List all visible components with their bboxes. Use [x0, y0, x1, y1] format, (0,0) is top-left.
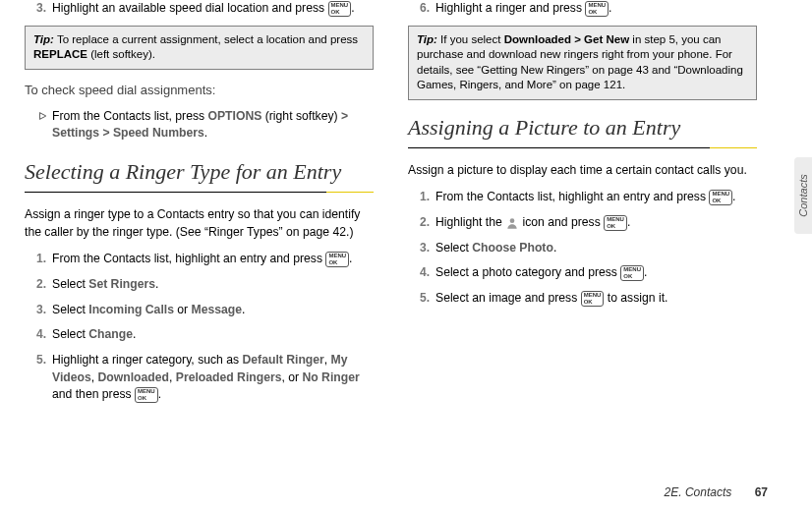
rs5f: Downloaded: [98, 370, 169, 384]
ringer-steps: From the Contacts list, highlight an ent…: [36, 251, 374, 404]
tip2-label: Tip:: [417, 33, 437, 45]
rs3a: Select: [52, 303, 88, 316]
rs5k: and then press: [52, 387, 132, 401]
check-speed-dial-heading: To check speed dial assignments:: [25, 82, 374, 100]
rs3d: Message: [192, 303, 243, 316]
left-column: Highlight an available speed dial locati…: [25, 0, 374, 412]
rs1-text: From the Contacts list, highlight an ent…: [52, 252, 322, 265]
rs3b: Incoming Calls: [88, 303, 174, 316]
rs4a: Select: [52, 327, 88, 341]
section-rule-2: [408, 147, 757, 148]
ps2a: Highlight the: [435, 215, 505, 229]
ringer-step-2: Select Set Ringers.: [36, 276, 374, 294]
footer-page-number: 67: [755, 485, 768, 499]
page-footer: 2E. Contacts 67: [665, 485, 768, 499]
menu-ok-key-icon: MENUOK: [581, 291, 605, 307]
step-3: Highlight an available speed dial locati…: [36, 0, 374, 18]
rs5j: No Ringer: [302, 370, 359, 384]
rs6-text: Highlight a ringer and press: [435, 1, 582, 15]
tip1-text-b: (left softkey).: [87, 48, 155, 60]
menu-ok-key-icon: MENUOK: [709, 190, 732, 205]
ringer-step-3: Select Incoming Calls or Message.: [36, 302, 374, 319]
ringer-step-1: From the Contacts list, highlight an ent…: [36, 251, 374, 268]
picture-step-2: Highlight the icon and press MENUOK.: [420, 214, 757, 232]
bullet-c: (right softkey): [261, 109, 341, 123]
tip-box-2: Tip: If you select Downloaded > Get New …: [408, 26, 757, 100]
rs5g: ,: [169, 370, 176, 384]
bullet-arrow-icon: ᐅ: [38, 108, 46, 142]
ps4-text: Select a photo category and press: [435, 265, 617, 279]
tip-box-1: Tip: To replace a current assignment, se…: [25, 26, 374, 70]
side-tab: Contacts: [794, 157, 812, 234]
svg-point-0: [510, 218, 515, 223]
menu-ok-key-icon: MENUOK: [325, 252, 349, 267]
section-title-picture: Assigning a Picture to an Entry: [408, 112, 757, 145]
rs5a: Highlight a ringer category, such as: [52, 353, 243, 367]
bullet-e: .: [204, 126, 207, 140]
ps3a: Select: [435, 241, 472, 255]
menu-ok-key-icon: MENUOK: [585, 1, 609, 17]
picture-step-3: Select Choose Photo.: [420, 240, 757, 257]
menu-ok-key-icon: MENUOK: [620, 265, 644, 281]
ringer-step-4: Select Change.: [36, 326, 374, 344]
ringer-step-6: Highlight a ringer and press MENUOK.: [420, 0, 757, 18]
contact-photo-icon: [505, 216, 519, 230]
ringer-step-5: Highlight a ringer category, such as Def…: [36, 352, 374, 404]
right-column: Highlight a ringer and press MENUOK. Tip…: [408, 0, 757, 412]
tip2-a: If you select: [440, 33, 504, 45]
ringer-intro: Assign a ringer type to a Contacts entry…: [25, 206, 374, 241]
tip-label: Tip:: [33, 33, 54, 45]
bullet-content: From the Contacts list, press OPTIONS (r…: [52, 108, 374, 142]
footer-section: 2E. Contacts: [665, 485, 732, 499]
bullet-a: From the Contacts list, press: [52, 109, 208, 123]
menu-ok-key-icon: MENUOK: [135, 387, 158, 403]
step3-text: Highlight an available speed dial locati…: [52, 1, 324, 15]
ps5b: to assign it.: [604, 291, 667, 305]
section-title-ringer: Selecting a Ringer Type for an Entry: [25, 156, 374, 190]
rs2a: Select: [52, 277, 88, 291]
menu-ok-key-icon: MENUOK: [328, 1, 352, 17]
rs5e: ,: [91, 370, 98, 384]
menu-ok-key-icon: MENUOK: [604, 215, 627, 231]
rs3c: or: [174, 303, 192, 316]
picture-step-1: From the Contacts list, highlight an ent…: [420, 189, 757, 206]
tip2-b: Downloaded > Get New: [504, 33, 629, 45]
rs4b: Change: [88, 327, 133, 341]
rs5b: Default Ringer: [243, 353, 324, 367]
side-tab-label: Contacts: [797, 174, 809, 216]
ps5a: Select an image and press: [435, 291, 577, 305]
section-rule: [25, 192, 374, 193]
rs5h: Preloaded Ringers: [176, 370, 282, 384]
ps2b: icon and press: [523, 215, 601, 229]
bullet-b: OPTIONS: [208, 109, 262, 123]
rs5c: ,: [324, 353, 331, 367]
tip1-text-a: To replace a current assignment, select …: [57, 33, 358, 45]
picture-step-5: Select an image and press MENUOK to assi…: [420, 290, 757, 308]
bullet-item: ᐅ From the Contacts list, press OPTIONS …: [38, 108, 374, 142]
tip1-bold: REPLACE: [33, 48, 87, 60]
picture-intro: Assign a picture to display each time a …: [408, 162, 757, 180]
ps3b: Choose Photo: [472, 241, 553, 255]
rs5i: , or: [281, 370, 302, 384]
picture-steps: From the Contacts list, highlight an ent…: [420, 189, 757, 307]
picture-step-4: Select a photo category and press MENUOK…: [420, 264, 757, 282]
rs2b: Set Ringers: [88, 277, 155, 291]
ps1-text: From the Contacts list, highlight an ent…: [435, 190, 706, 203]
